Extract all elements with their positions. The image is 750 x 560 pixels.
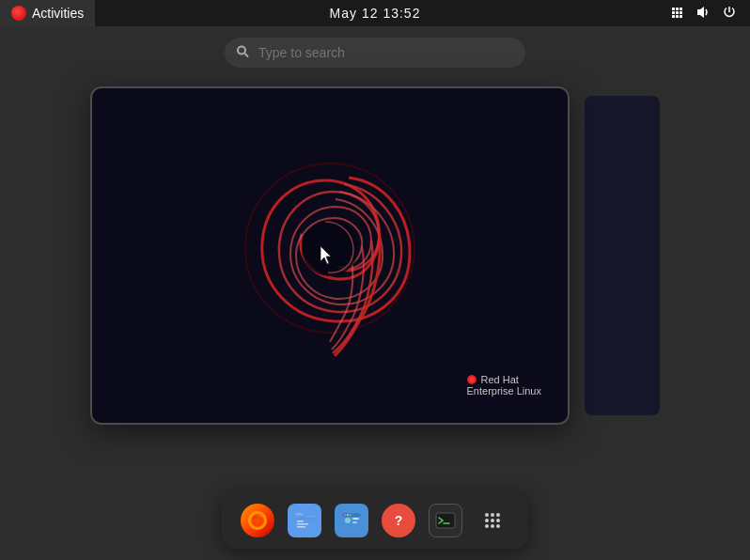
svg-point-21 [345, 518, 351, 523]
svg-text:?: ? [395, 513, 403, 528]
svg-point-32 [485, 513, 489, 517]
dock-item-terminal[interactable] [425, 500, 466, 541]
svg-point-12 [302, 220, 358, 276]
svg-point-40 [496, 524, 500, 528]
dock-item-help[interactable]: ? [378, 500, 419, 541]
svg-rect-6 [672, 15, 675, 18]
svg-point-25 [344, 514, 346, 516]
topbar: Activities May 12 13:52 [0, 0, 750, 26]
clock-display: May 12 13:52 [330, 6, 421, 21]
svg-rect-1 [676, 8, 679, 10]
svg-rect-19 [297, 526, 305, 528]
dock-item-appgrid[interactable] [472, 500, 513, 541]
secondary-window[interactable] [585, 96, 660, 415]
appgrid-icon [476, 504, 509, 537]
svg-rect-22 [352, 518, 359, 520]
svg-rect-4 [676, 11, 679, 14]
volume-icon[interactable] [692, 3, 714, 24]
terminal-icon [429, 504, 462, 537]
workspace-area: Red Hat Enterprise Linux [0, 26, 750, 485]
svg-point-37 [496, 519, 500, 522]
svg-point-35 [485, 519, 489, 522]
svg-point-36 [491, 519, 494, 522]
dock-item-software[interactable] [331, 500, 372, 541]
system-tray [665, 3, 750, 24]
help-icon: ? [382, 504, 415, 537]
window-content: Red Hat Enterprise Linux [92, 88, 568, 423]
svg-point-26 [347, 514, 349, 516]
svg-point-39 [491, 524, 494, 528]
svg-rect-18 [297, 523, 308, 525]
dock-item-files[interactable] [284, 500, 325, 541]
svg-rect-17 [297, 521, 304, 522]
svg-point-33 [491, 513, 494, 517]
svg-point-38 [485, 524, 489, 528]
firefox-icon [241, 504, 274, 537]
svg-rect-0 [672, 8, 675, 10]
rhel-logo-icon [11, 6, 26, 21]
software-icon [335, 504, 368, 537]
svg-rect-30 [436, 513, 455, 528]
brand-enterprise-linux: Enterprise Linux [467, 385, 542, 397]
active-window[interactable]: Red Hat Enterprise Linux [90, 86, 570, 425]
svg-marker-9 [697, 7, 704, 18]
svg-rect-8 [680, 15, 682, 18]
activities-label: Activities [32, 6, 84, 21]
files-icon [288, 504, 321, 537]
dock-item-firefox[interactable] [237, 500, 278, 541]
svg-point-34 [496, 513, 500, 517]
svg-rect-2 [680, 8, 682, 10]
svg-rect-5 [680, 11, 682, 14]
svg-point-27 [350, 514, 352, 516]
svg-rect-16 [295, 515, 314, 530]
activities-button[interactable]: Activities [0, 0, 95, 26]
brand-redhat: Red Hat [467, 374, 542, 385]
network-icon[interactable] [665, 3, 688, 24]
rhel-branding: Red Hat Enterprise Linux [467, 374, 542, 397]
svg-rect-3 [672, 11, 675, 14]
svg-rect-7 [676, 15, 679, 18]
power-icon[interactable] [718, 3, 741, 24]
svg-rect-23 [352, 521, 357, 523]
dock: ? [222, 492, 528, 549]
rhel9-logo [198, 107, 461, 393]
